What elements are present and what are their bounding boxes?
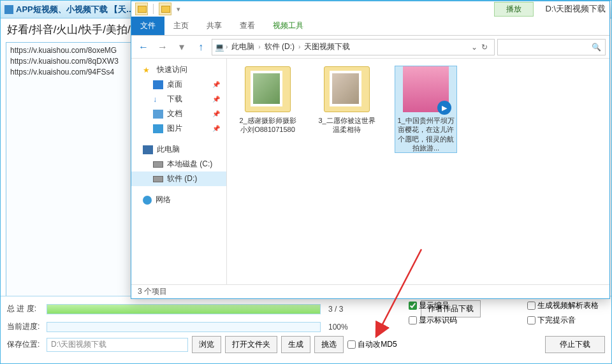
ribbon-tab-share[interactable]: 共享 (198, 17, 231, 35)
explorer-titlebar[interactable]: ▾ 播放 D:\天图视频下载 (131, 1, 609, 17)
ribbon-tab-home[interactable]: 主页 (164, 17, 198, 35)
nav-downloads[interactable]: ↓下载📌 (131, 92, 226, 106)
show-number-checkbox[interactable]: 显示编号 (409, 300, 457, 311)
nav-documents[interactable]: 文档📌 (131, 106, 226, 121)
pc-icon: 💻 (215, 43, 224, 52)
crumb-folder[interactable]: 天图视频下载 (302, 40, 353, 54)
done-sound-checkbox[interactable]: 下完提示音 (527, 315, 599, 326)
file-content-area[interactable]: 2_感谢摄影师摄影小刘O881071580 3_二愿你被这世界温柔相待 ▶ 1_… (227, 59, 609, 284)
browse-button[interactable]: 浏览 (192, 336, 221, 353)
item-name: 3_二愿你被这世界温柔相待 (316, 116, 377, 135)
qat-separator (153, 4, 154, 14)
crumb-this-pc[interactable]: 此电脑 (229, 40, 257, 54)
pick-button[interactable]: 挑选 (314, 336, 344, 353)
ribbon-tab-video-tools[interactable]: 视频工具 (264, 17, 312, 35)
generate-button[interactable]: 生成 (281, 336, 310, 353)
nav-soft-d[interactable]: 软件 (D:) (131, 171, 226, 186)
navigation-pane[interactable]: ★快速访问 桌面📌 ↓下载📌 文档📌 图片📌 此电脑 本地磁盘 (C:) 软件 … (131, 59, 227, 284)
pin-icon: 📌 (212, 125, 220, 132)
app-title: APP短视频、小视频下载 【天... (16, 4, 133, 15)
play-contextual-tab[interactable]: 播放 (494, 2, 534, 17)
folder-item[interactable]: 2_感谢摄影师摄影小刘O881071580 (237, 66, 298, 135)
address-row: ← → ▾ ↑ 💻 › 此电脑 › 软件 (D:) › 天图视频下载 ⌄ ↻ 搜… (131, 36, 609, 59)
ribbon-tab-file[interactable]: 文件 (131, 17, 164, 35)
open-folder-button[interactable]: 打开文件夹 (225, 336, 277, 353)
search-input[interactable]: 搜索"天图视频下载" 🔍 (497, 39, 606, 55)
forward-button[interactable]: → (154, 39, 171, 55)
total-progress-label: 总 进 度: (7, 303, 43, 314)
stop-download-button[interactable]: 停止下载 (545, 336, 605, 353)
ribbon-tab-view[interactable]: 查看 (231, 17, 264, 35)
qat-open-icon[interactable] (159, 3, 171, 15)
nav-pictures[interactable]: 图片📌 (131, 121, 226, 136)
auto-md5-checkbox[interactable]: 自动改MD5 (347, 339, 397, 350)
app-icon (4, 5, 13, 14)
current-progress-label: 当前进度: (7, 321, 43, 332)
item-name: 2_感谢摄影师摄影小刘O881071580 (237, 116, 298, 135)
status-item-count: 3 个项目 (138, 286, 167, 297)
pin-icon: 📌 (212, 96, 220, 103)
show-id-checkbox[interactable]: 显示标识码 (409, 315, 457, 326)
refresh-icon[interactable]: ↻ (481, 43, 488, 52)
qat-folder-icon[interactable] (135, 3, 148, 15)
gen-table-checkbox[interactable]: 生成视频解析表格 (527, 300, 599, 311)
nav-desktop[interactable]: 桌面📌 (131, 77, 226, 92)
item-name: 1_中国贵州平坝万亩樱花，在这儿许个愿吧，很灵的航拍旅游... (395, 116, 456, 152)
window-path-title: D:\天图视频下载 (545, 3, 606, 15)
nav-network[interactable]: 网络 (131, 193, 226, 207)
explorer-window: ▾ 播放 D:\天图视频下载 文件 主页 共享 查看 视频工具 ← → ▾ ↑ … (131, 1, 610, 299)
breadcrumb-bar[interactable]: 💻 › 此电脑 › 软件 (D:) › 天图视频下载 ⌄ ↻ (212, 39, 495, 55)
save-location-label: 保存位置: (7, 339, 43, 350)
current-progress-pct: 100% (328, 323, 348, 331)
back-button[interactable]: ← (135, 39, 152, 55)
nav-this-pc[interactable]: 此电脑 (131, 142, 226, 157)
bottom-panel: 总 进 度: 3 / 3 作者作品下载 当前进度: 100% 保存位置: 浏览 … (1, 296, 611, 363)
crumb-drive[interactable]: 软件 (D:) (262, 40, 297, 54)
total-progress-count: 3 / 3 (328, 305, 343, 314)
save-path-input[interactable] (47, 338, 188, 352)
recent-dropdown[interactable]: ▾ (173, 39, 190, 55)
ribbon: 文件 主页 共享 查看 视频工具 (131, 17, 609, 36)
nav-local-c[interactable]: 本地磁盘 (C:) (131, 157, 226, 171)
pin-icon: 📌 (212, 81, 220, 88)
current-progress-bar (47, 322, 321, 332)
video-item[interactable]: ▶ 1_中国贵州平坝万亩樱花，在这儿许个愿吧，很灵的航拍旅游... (395, 66, 456, 152)
total-progress-bar (47, 304, 321, 314)
folder-item[interactable]: 3_二愿你被这世界温柔相待 (316, 66, 377, 135)
play-badge-icon: ▶ (437, 101, 451, 115)
up-button[interactable]: ↑ (193, 39, 209, 55)
search-icon: 🔍 (592, 43, 601, 52)
addr-dropdown-icon[interactable]: ⌄ (471, 43, 477, 52)
explorer-status-bar: 3 个项目 (131, 284, 609, 298)
pin-icon: 📌 (212, 110, 220, 117)
nav-quick-access[interactable]: ★快速访问 (131, 62, 226, 77)
